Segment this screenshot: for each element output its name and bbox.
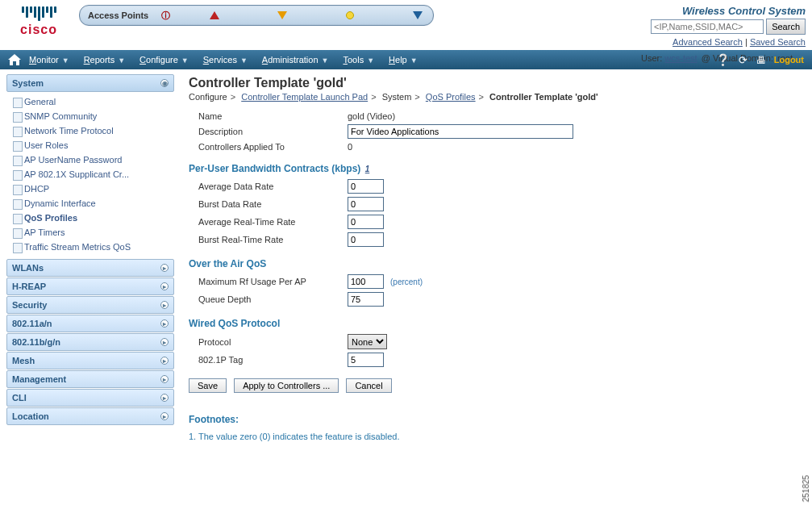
expand-icon: ▸ xyxy=(160,301,169,309)
print-icon[interactable]: 🖶 xyxy=(756,55,766,66)
cisco-logo-bars xyxy=(6,6,71,21)
footnote-link-1[interactable]: 1 xyxy=(365,165,370,173)
search-input[interactable] xyxy=(651,19,764,34)
nav-item-ap-timers[interactable]: AP Timers xyxy=(6,225,174,240)
nav-section-system[interactable]: System ◉ xyxy=(6,74,174,92)
menu-administration[interactable]: Administration▼ xyxy=(262,55,329,65)
description-label: Description xyxy=(198,127,348,136)
menu-reports[interactable]: Reports▼ xyxy=(84,55,125,65)
save-button[interactable]: Save xyxy=(189,378,227,393)
section-peruser: Per-User Bandwidth Contracts (kbps) 1 xyxy=(189,163,796,174)
max-rf-label: Maximum Rf Usage Per AP xyxy=(198,277,348,286)
page-title: Controller Template 'gold' xyxy=(189,76,796,90)
applied-label: Controllers Applied To xyxy=(198,142,348,152)
expand-icon: ▸ xyxy=(160,282,169,290)
logout-link[interactable]: Logout xyxy=(774,55,804,65)
cisco-logo: cisco xyxy=(6,3,71,37)
breadcrumb-configure: Configure xyxy=(189,92,227,102)
expand-icon: ▸ xyxy=(160,264,169,272)
nav-item-user-roles[interactable]: User Roles xyxy=(6,138,174,152)
name-value: gold (Video) xyxy=(348,111,395,121)
collapse-icon: ◉ xyxy=(160,79,169,87)
main-content: Controller Template 'gold' Configure> Co… xyxy=(174,69,812,457)
queue-label: Queue Depth xyxy=(198,294,348,304)
menu-tools[interactable]: Tools▼ xyxy=(343,55,374,65)
user-name-link[interactable]: wcs-test xyxy=(664,53,697,63)
nav-item-snmp[interactable]: SNMP Community xyxy=(6,109,174,123)
menu-monitor[interactable]: Monitor▼ xyxy=(29,55,69,65)
nav-item-ap-username[interactable]: AP UserName Password xyxy=(6,152,174,167)
app-title: Wireless Control System xyxy=(641,5,806,17)
expand-icon: ▸ xyxy=(160,319,169,328)
avg-rt-label: Average Real-Time Rate xyxy=(198,217,348,227)
nav-item-tsm-qos[interactable]: Traffic Stream Metrics QoS xyxy=(6,240,174,254)
burst-data-label: Burst Data Rate xyxy=(198,199,348,209)
breadcrumb-launch[interactable]: Controller Template Launch Pad xyxy=(241,92,368,102)
advanced-search-link[interactable]: Advanced Search xyxy=(673,37,743,47)
breadcrumb-current: Controller Template 'gold' xyxy=(489,92,598,102)
nav-section-management[interactable]: Management▸ xyxy=(6,370,174,388)
nav-item-dhcp[interactable]: DHCP xyxy=(6,182,174,196)
quick-nav-bar[interactable]: Access Points ⓘ xyxy=(79,5,434,26)
queue-input[interactable] xyxy=(348,292,384,307)
burst-rt-input[interactable] xyxy=(348,232,384,247)
menu-services[interactable]: Services▼ xyxy=(203,55,248,65)
burst-rt-label: Burst Real-Time Rate xyxy=(198,235,348,244)
sidebar: System ◉ General SNMP Community Network … xyxy=(0,69,174,457)
quick-nav-label: Access Points xyxy=(88,10,148,20)
nav-section-cli[interactable]: CLI▸ xyxy=(6,389,174,407)
nav-section-80211an[interactable]: 802.11a/n▸ xyxy=(6,315,174,332)
nav-section-80211bgn[interactable]: 802.11b/g/n▸ xyxy=(6,333,174,351)
nav-section-security[interactable]: Security▸ xyxy=(6,296,174,314)
avg-data-label: Average Data Rate xyxy=(198,182,348,191)
button-row: Save Apply to Controllers ... Cancel xyxy=(189,378,796,393)
description-input[interactable] xyxy=(348,124,573,139)
protocol-select[interactable]: None xyxy=(348,334,387,349)
nav-section-hreap[interactable]: H-REAP▸ xyxy=(6,278,174,295)
refresh-icon[interactable]: ⟳ xyxy=(739,54,747,66)
applied-value: 0 xyxy=(348,142,352,152)
max-rf-input[interactable] xyxy=(348,274,384,289)
warning-icon[interactable] xyxy=(410,8,425,23)
help-icon[interactable]: ❔ xyxy=(716,53,730,66)
expand-icon: ▸ xyxy=(160,412,169,420)
minor-icon[interactable] xyxy=(343,8,357,23)
cisco-logo-text: cisco xyxy=(6,23,71,37)
expand-icon: ▸ xyxy=(160,375,169,383)
home-icon[interactable] xyxy=(8,54,21,65)
nav-item-qos-profiles[interactable]: QoS Profiles xyxy=(6,211,174,225)
cancel-button[interactable]: Cancel xyxy=(346,378,391,393)
breadcrumb-qos[interactable]: QoS Profiles xyxy=(426,92,476,102)
tag-input[interactable] xyxy=(348,353,384,367)
nav-section-mesh[interactable]: Mesh▸ xyxy=(6,352,174,369)
info-icon[interactable]: ⓘ xyxy=(158,8,173,23)
breadcrumb-system: System xyxy=(382,92,412,102)
major-icon[interactable] xyxy=(275,8,289,23)
nav-item-general[interactable]: General xyxy=(6,94,174,109)
saved-search-link[interactable]: Saved Search xyxy=(750,37,806,47)
menu-help[interactable]: Help▼ xyxy=(389,55,418,65)
burst-data-input[interactable] xyxy=(348,197,384,211)
tag-label: 802.1P Tag xyxy=(198,355,348,365)
name-label: Name xyxy=(198,111,348,121)
nav-item-ntp[interactable]: Network Time Protocol xyxy=(6,123,174,138)
user-prefix: User: xyxy=(641,53,662,63)
section-ota: Over the Air QoS xyxy=(189,258,796,269)
header: cisco Access Points ⓘ Wireless Control S… xyxy=(0,0,812,50)
expand-icon: ▸ xyxy=(160,338,169,346)
avg-data-input[interactable] xyxy=(348,179,384,194)
nav-section-system-items: General SNMP Community Network Time Prot… xyxy=(6,93,174,259)
avg-rt-input[interactable] xyxy=(348,215,384,229)
breadcrumb: Configure> Controller Template Launch Pa… xyxy=(189,92,796,102)
nav-section-system-label: System xyxy=(12,78,44,88)
apply-button[interactable]: Apply to Controllers ... xyxy=(234,378,339,393)
footnote-1: 1. The value zero (0) indicates the feat… xyxy=(189,432,796,441)
search-button[interactable]: Search xyxy=(766,19,806,35)
nav-section-location[interactable]: Location▸ xyxy=(6,407,174,425)
expand-icon: ▸ xyxy=(160,394,169,402)
nav-section-wlans[interactable]: WLANs▸ xyxy=(6,259,174,277)
menu-configure[interactable]: Configure▼ xyxy=(139,55,189,65)
nav-item-ap-8021x[interactable]: AP 802.1X Supplicant Cr... xyxy=(6,167,174,182)
nav-item-dynamic-if[interactable]: Dynamic Interface xyxy=(6,196,174,211)
critical-icon[interactable] xyxy=(207,8,222,23)
